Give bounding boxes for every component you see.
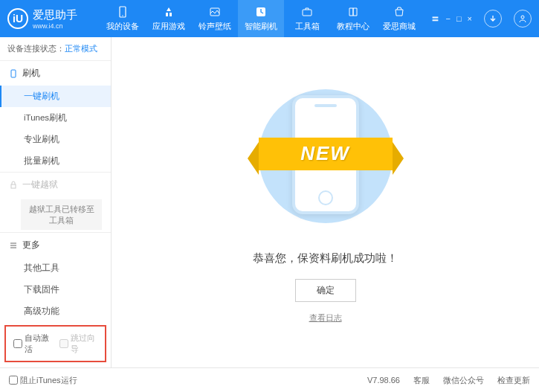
- nav-tutorials[interactable]: 教程中心: [330, 0, 376, 37]
- sidebar: 设备连接状态：正常模式 刷机 一键刷机 iTunes刷机 专业刷机 批量刷机 一…: [0, 37, 112, 367]
- main-panel: NEW 恭喜您，保资料刷机成功啦！ 确定 查看日志: [112, 37, 539, 367]
- nav-store[interactable]: 爱思商城: [376, 0, 422, 37]
- lock-icon: [9, 181, 18, 190]
- minimize-icon[interactable]: −: [445, 14, 450, 23]
- svg-point-5: [521, 16, 524, 19]
- menu-lines-icon: [9, 241, 18, 250]
- nav-my-device[interactable]: 我的设备: [100, 0, 146, 37]
- app-logo: iU 爱思助手 www.i4.cn: [7, 8, 77, 30]
- titlebar: iU 爱思助手 www.i4.cn 我的设备 应用游戏 铃声壁纸 智能刷机 工具…: [0, 0, 539, 37]
- auto-activate-checkbox[interactable]: 自动激活: [13, 332, 52, 355]
- app-name: 爱思助手: [33, 8, 77, 22]
- sidebar-item-download-firmware[interactable]: 下载固件: [0, 279, 111, 301]
- view-log-link[interactable]: 查看日志: [309, 312, 342, 324]
- skip-guide-checkbox[interactable]: 跳过向导: [59, 332, 98, 355]
- download-icon[interactable]: [484, 10, 502, 28]
- wallpaper-icon: [208, 5, 222, 19]
- nav-apps[interactable]: 应用游戏: [146, 0, 192, 37]
- window-controls: 〓 − □ ×: [431, 10, 532, 28]
- phone-icon: [116, 5, 129, 19]
- device-status: 设备连接状态：正常模式: [0, 37, 111, 60]
- options-highlighted: 自动激活 跳过向导: [4, 325, 106, 362]
- sidebar-section-flash[interactable]: 刷机: [0, 61, 111, 86]
- nav-toolbox[interactable]: 工具箱: [284, 0, 330, 37]
- new-ribbon: NEW: [259, 138, 393, 170]
- success-illustration: NEW: [251, 82, 400, 231]
- block-itunes-checkbox[interactable]: 阻止iTunes运行: [9, 375, 77, 386]
- version-label: V7.98.66: [367, 376, 400, 385]
- phone-icon: [9, 69, 18, 78]
- flash-icon: [254, 5, 268, 19]
- book-icon: [346, 5, 360, 19]
- sidebar-item-itunes-flash[interactable]: iTunes刷机: [0, 107, 111, 129]
- svg-point-1: [122, 15, 123, 16]
- user-icon[interactable]: [514, 10, 532, 28]
- menu-icon[interactable]: 〓: [431, 13, 439, 25]
- ok-button[interactable]: 确定: [295, 279, 356, 302]
- logo-icon: iU: [7, 8, 28, 29]
- maximize-icon[interactable]: □: [456, 14, 462, 23]
- sidebar-section-jailbreak: 一键越狱: [0, 173, 111, 197]
- wechat-link[interactable]: 微信公众号: [443, 375, 484, 386]
- apps-icon: [162, 5, 175, 19]
- nav-flash[interactable]: 智能刷机: [238, 0, 284, 37]
- sidebar-item-pro-flash[interactable]: 专业刷机: [0, 129, 111, 150]
- app-url: www.i4.cn: [33, 22, 77, 30]
- store-icon: [393, 5, 406, 19]
- success-message: 恭喜您，保资料刷机成功啦！: [253, 251, 398, 266]
- check-update-link[interactable]: 检查更新: [497, 375, 530, 386]
- svg-rect-7: [11, 184, 16, 188]
- toolbox-icon: [300, 5, 314, 19]
- top-nav: 我的设备 应用游戏 铃声壁纸 智能刷机 工具箱 教程中心 爱思商城: [100, 0, 431, 37]
- jailbreak-note: 越狱工具已转移至工具箱: [21, 199, 102, 230]
- sidebar-item-oneclick-flash[interactable]: 一键刷机: [0, 86, 111, 107]
- close-icon[interactable]: ×: [468, 14, 472, 23]
- nav-ringtones[interactable]: 铃声壁纸: [192, 0, 238, 37]
- sidebar-item-advanced[interactable]: 高级功能: [0, 301, 111, 322]
- svg-rect-6: [11, 70, 16, 77]
- sidebar-item-other-tools[interactable]: 其他工具: [0, 257, 111, 279]
- sidebar-item-batch-flash[interactable]: 批量刷机: [0, 150, 111, 172]
- sidebar-section-more[interactable]: 更多: [0, 233, 111, 257]
- support-link[interactable]: 客服: [413, 375, 430, 386]
- footer: 阻止iTunes运行 V7.98.66 客服 微信公众号 检查更新: [0, 367, 539, 392]
- svg-rect-4: [303, 10, 312, 16]
